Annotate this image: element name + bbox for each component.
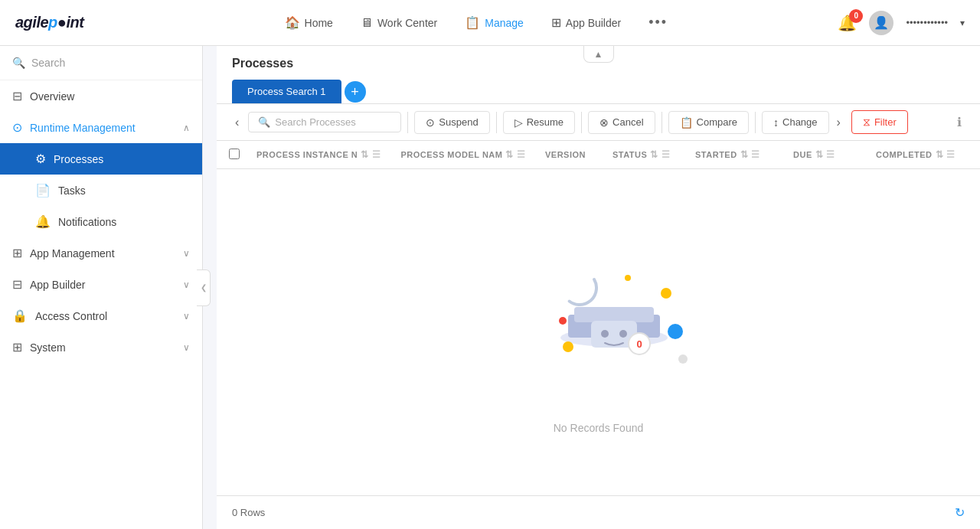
processes-icon: ⚙ [35, 152, 46, 166]
sidebar-item-access-control[interactable]: 🔒 Access Control ∨ [0, 300, 202, 331]
empty-illustration: 0 [492, 230, 706, 399]
runtime-icon: ⊙ [12, 120, 22, 135]
svg-point-5 [601, 330, 609, 338]
svg-point-11 [668, 324, 683, 339]
access-control-icon: 🔒 [12, 309, 28, 323]
overview-icon: ⊟ [12, 89, 22, 103]
more-dots-icon: ••• [648, 15, 668, 31]
th-model-label: PROCESS MODEL NAM [401, 150, 503, 159]
svg-point-9 [661, 288, 671, 299]
nav-app-builder-label: App Builder [566, 17, 621, 29]
add-tab-button[interactable]: + [345, 81, 366, 103]
nav-manage[interactable]: 📋 Manage [454, 9, 534, 36]
sidebar-item-tasks[interactable]: 📄 Tasks [0, 175, 202, 206]
change-icon: ↕ [773, 116, 779, 129]
svg-text:0: 0 [636, 338, 642, 350]
app-builder-icon: ⊞ [551, 15, 561, 30]
svg-point-10 [625, 275, 631, 281]
user-avatar[interactable]: 👤 [869, 11, 893, 35]
th-due: DUE ⇅ ☰ [793, 149, 870, 160]
refresh-button[interactable]: ↻ [955, 505, 965, 520]
sidebar-label-app-management: App Management [30, 247, 115, 260]
nav-right: 🔔 0 👤 •••••••••••• ▾ [838, 11, 965, 35]
tab-process-search-1[interactable]: Process Search 1 [232, 80, 341, 103]
svg-point-0 [556, 265, 602, 311]
search-box[interactable]: 🔍 Search Processes [248, 112, 401, 132]
user-name[interactable]: •••••••••••• [906, 17, 948, 28]
collapse-toggle[interactable]: ▲ [583, 46, 614, 63]
app-builder-side-icon: ⊟ [12, 277, 22, 292]
th-completed: COMPLETED ⇅ ☰ [876, 149, 968, 160]
sidebar-item-processes[interactable]: ⚙ Processes [0, 143, 202, 175]
instance-menu-icon[interactable]: ☰ [372, 149, 381, 160]
suspend-label: Suspend [439, 116, 478, 128]
monitor-icon: 🖥 [361, 16, 373, 30]
nav-home[interactable]: 🏠 Home [274, 9, 344, 36]
sidebar-label-access-control: Access Control [35, 310, 107, 322]
compare-button[interactable]: 📋 Compare [668, 111, 749, 134]
sidebar-search[interactable]: 🔍 Search [0, 46, 202, 80]
sidebar-item-notifications[interactable]: 🔔 Notifications [0, 206, 202, 237]
model-sort-icon[interactable]: ⇅ [505, 149, 514, 160]
completed-sort-icon[interactable]: ⇅ [936, 149, 944, 160]
started-sort-icon[interactable]: ⇅ [740, 149, 749, 160]
svg-point-6 [619, 330, 627, 338]
sidebar-item-system[interactable]: ⊞ System ∨ [0, 331, 202, 363]
search-box-placeholder: Search Processes [275, 116, 356, 128]
svg-point-14 [559, 317, 567, 325]
status-sort-icon[interactable]: ⇅ [650, 149, 658, 160]
nav-more[interactable]: ••• [638, 8, 678, 37]
info-button[interactable]: ℹ [951, 112, 968, 132]
main-layout: 🔍 Search ⊟ Overview ⊙ Runtime Management… [0, 46, 980, 529]
status-menu-icon[interactable]: ☰ [662, 149, 671, 160]
due-sort-icon[interactable]: ⇅ [815, 149, 824, 160]
change-button[interactable]: ↕ Change [762, 111, 829, 134]
resume-label: Resume [527, 116, 564, 128]
suspend-icon: ⊙ [426, 116, 435, 129]
back-button[interactable]: ‹ [229, 113, 245, 132]
user-chevron-icon[interactable]: ▾ [960, 18, 965, 28]
nav-manage-label: Manage [485, 17, 524, 29]
nav-work-center-label: Work Center [377, 17, 437, 29]
sidebar-label-runtime: Runtime Management [30, 122, 136, 134]
filter-button[interactable]: ⧖ Filter [851, 110, 908, 134]
sidebar-item-app-management[interactable]: ⊞ App Management ∨ [0, 237, 202, 269]
resume-button[interactable]: ▷ Resume [503, 111, 575, 134]
sidebar-item-app-builder[interactable]: ⊟ App Builder ∨ [0, 269, 202, 300]
instance-sort-icon[interactable]: ⇅ [361, 149, 369, 160]
sidebar-item-runtime-management[interactable]: ⊙ Runtime Management ∧ [0, 112, 202, 143]
compare-icon: 📋 [680, 116, 693, 129]
app-logo[interactable]: agilep●int [15, 14, 83, 31]
sidebar-collapse-handle[interactable]: ❮ [197, 269, 211, 306]
system-icon: ⊞ [12, 340, 22, 354]
suspend-button[interactable]: ⊙ Suspend [414, 111, 489, 134]
runtime-chevron-icon: ∧ [183, 122, 190, 133]
cancel-button[interactable]: ⊗ Cancel [588, 111, 655, 134]
sidebar-label-notifications: Notifications [58, 216, 116, 228]
app-builder-chevron-icon: ∨ [183, 279, 190, 290]
model-menu-icon[interactable]: ☰ [517, 149, 526, 160]
sidebar-label-system: System [30, 341, 66, 354]
sidebar-label-app-builder: App Builder [30, 279, 85, 291]
sidebar-item-overview[interactable]: ⊟ Overview [0, 80, 202, 112]
toolbar-separator-4 [662, 112, 662, 133]
th-completed-label: COMPLETED [876, 150, 933, 159]
nav-app-builder[interactable]: ⊞ App Builder [541, 9, 632, 36]
notification-bell[interactable]: 🔔 0 [838, 14, 857, 32]
completed-menu-icon[interactable]: ☰ [946, 149, 956, 160]
sidebar-label-processes: Processes [54, 153, 103, 165]
th-status-label: STATUS [612, 150, 647, 159]
due-menu-icon[interactable]: ☰ [826, 149, 835, 160]
content-footer: 0 Rows ↻ [217, 495, 980, 529]
started-menu-icon[interactable]: ☰ [751, 149, 760, 160]
nav-work-center[interactable]: 🖥 Work Center [350, 10, 448, 36]
toolbar-more-button[interactable]: › [832, 113, 845, 132]
th-version-label: VERSION [545, 150, 586, 159]
row-count: 0 Rows [232, 507, 265, 518]
home-icon: 🏠 [285, 15, 300, 30]
select-all-checkbox[interactable] [229, 149, 240, 159]
content-area: ▲ Processes Process Search 1 + ‹ 🔍 Searc… [217, 46, 980, 529]
collapse-up-icon: ▲ [594, 49, 603, 60]
access-control-chevron-icon: ∨ [183, 311, 190, 322]
change-label: Change [782, 116, 818, 128]
